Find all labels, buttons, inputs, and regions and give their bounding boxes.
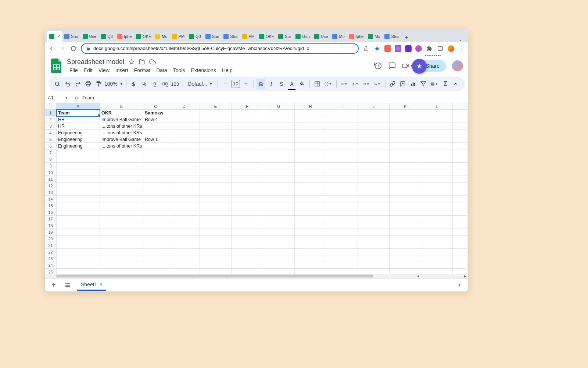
cell[interactable] bbox=[390, 130, 421, 136]
cell[interactable] bbox=[263, 236, 295, 242]
cell[interactable] bbox=[168, 176, 200, 183]
cell[interactable] bbox=[232, 196, 263, 202]
cell[interactable] bbox=[295, 216, 326, 222]
cell[interactable] bbox=[421, 236, 453, 242]
cell[interactable] bbox=[143, 242, 168, 249]
cell[interactable] bbox=[358, 196, 390, 202]
row-header[interactable]: 6 bbox=[45, 143, 57, 149]
browser-tab[interactable]: Sun bbox=[203, 31, 222, 42]
cell[interactable] bbox=[200, 202, 232, 209]
browser-tab[interactable]: Q3 bbox=[98, 31, 115, 42]
cell[interactable] bbox=[295, 143, 326, 149]
select-all-corner[interactable] bbox=[45, 103, 57, 110]
new-tab-button[interactable]: + bbox=[402, 33, 411, 42]
row-header[interactable]: 22 bbox=[45, 249, 57, 255]
reload-button[interactable] bbox=[70, 45, 77, 52]
tableview-button[interactable]: ▼ bbox=[429, 79, 440, 89]
cell[interactable] bbox=[358, 183, 390, 189]
cell[interactable] bbox=[453, 136, 467, 143]
row-header[interactable]: 10 bbox=[45, 169, 57, 176]
cell[interactable] bbox=[358, 202, 390, 209]
cell[interactable] bbox=[326, 249, 358, 255]
cell[interactable]: OKR bbox=[100, 110, 143, 116]
cell[interactable] bbox=[326, 169, 358, 176]
cell[interactable] bbox=[232, 116, 263, 123]
spreadsheet-grid[interactable]: ABCDEFGHIJKL1TeamOKRSame as2HRImprove Ba… bbox=[45, 103, 468, 274]
cell[interactable] bbox=[100, 209, 143, 216]
menu-extensions[interactable]: Extensions bbox=[188, 67, 218, 74]
row-header[interactable]: 3 bbox=[45, 123, 57, 130]
row-header[interactable]: 15 bbox=[45, 202, 57, 209]
cell[interactable] bbox=[390, 229, 421, 236]
cell[interactable] bbox=[453, 236, 467, 242]
cell[interactable] bbox=[263, 229, 295, 236]
cell[interactable] bbox=[453, 163, 467, 169]
cell[interactable] bbox=[263, 242, 295, 249]
scroll-left-icon[interactable]: ◀ bbox=[415, 274, 421, 278]
cell[interactable] bbox=[232, 222, 263, 229]
column-header[interactable]: G bbox=[263, 103, 295, 110]
cell[interactable] bbox=[295, 130, 326, 136]
cell[interactable] bbox=[263, 110, 295, 116]
cell[interactable] bbox=[326, 149, 358, 156]
cell[interactable] bbox=[200, 189, 232, 196]
cell[interactable] bbox=[295, 176, 326, 183]
cell[interactable] bbox=[358, 236, 390, 242]
cell[interactable] bbox=[390, 189, 421, 196]
cell[interactable] bbox=[358, 143, 390, 149]
cell[interactable] bbox=[295, 169, 326, 176]
share-page-icon[interactable] bbox=[362, 45, 370, 52]
cell[interactable] bbox=[358, 163, 390, 169]
cell[interactable] bbox=[358, 189, 390, 196]
column-header[interactable]: K bbox=[390, 103, 421, 110]
profile-icon[interactable] bbox=[448, 45, 454, 52]
cell[interactable] bbox=[100, 229, 143, 236]
wrap-button[interactable]: ▼ bbox=[361, 79, 371, 89]
cell[interactable] bbox=[453, 189, 467, 196]
browser-tab[interactable]: Use bbox=[80, 31, 99, 42]
sidepanel-icon[interactable] bbox=[437, 45, 444, 52]
cell[interactable] bbox=[100, 169, 143, 176]
cell[interactable] bbox=[57, 222, 100, 229]
cell[interactable] bbox=[358, 209, 390, 216]
zoom-select[interactable]: 100%▼ bbox=[104, 81, 123, 87]
cell[interactable] bbox=[168, 202, 200, 209]
cell[interactable] bbox=[358, 176, 390, 183]
cell[interactable] bbox=[100, 216, 143, 222]
cell[interactable] bbox=[453, 255, 467, 262]
address-bar[interactable]: docs.google.com/spreadsheets/d/1JMmU9deG… bbox=[81, 43, 359, 54]
cell[interactable] bbox=[453, 183, 467, 189]
cell[interactable] bbox=[263, 269, 295, 274]
cell[interactable] bbox=[263, 136, 295, 143]
cell[interactable] bbox=[295, 249, 326, 255]
cell[interactable] bbox=[390, 123, 421, 130]
currency-icon[interactable]: $ bbox=[129, 79, 138, 89]
cell[interactable] bbox=[326, 130, 358, 136]
cell[interactable] bbox=[232, 156, 263, 163]
cell[interactable]: ... tons of other KRs ... bbox=[100, 143, 143, 149]
cell[interactable] bbox=[232, 130, 263, 136]
cell[interactable] bbox=[57, 216, 100, 222]
apps-grid-icon[interactable] bbox=[419, 55, 446, 56]
cell[interactable] bbox=[358, 149, 390, 156]
cell[interactable] bbox=[232, 269, 263, 274]
cell[interactable] bbox=[143, 149, 168, 156]
cell[interactable] bbox=[358, 130, 390, 136]
cell[interactable] bbox=[200, 116, 232, 123]
cloud-status-icon[interactable] bbox=[149, 59, 156, 65]
browser-tab[interactable]: Iphe bbox=[347, 31, 366, 42]
row-header[interactable]: 1 bbox=[45, 110, 57, 116]
cell[interactable] bbox=[200, 163, 232, 169]
cell[interactable] bbox=[390, 255, 421, 262]
cell[interactable] bbox=[295, 136, 326, 143]
cell[interactable]: HR bbox=[57, 116, 100, 123]
cell[interactable] bbox=[390, 183, 421, 189]
browser-tab[interactable]: × bbox=[47, 31, 62, 42]
row-header[interactable]: 24 bbox=[45, 262, 57, 269]
cell[interactable] bbox=[421, 255, 453, 262]
cell[interactable] bbox=[263, 183, 295, 189]
cell[interactable] bbox=[295, 229, 326, 236]
cell[interactable] bbox=[168, 116, 200, 123]
cell[interactable] bbox=[143, 202, 168, 209]
cell[interactable] bbox=[421, 116, 453, 123]
